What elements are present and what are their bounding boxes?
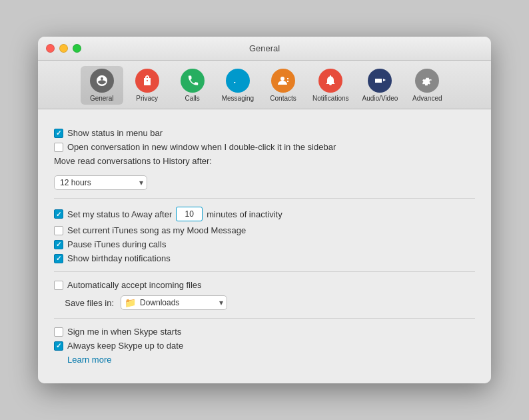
- notifications-label: Notifications: [312, 95, 348, 102]
- row-itunes-mood: Set current iTunes song as my Mood Messa…: [54, 225, 475, 235]
- open-conversation-text: Open conversation in new window when I d…: [67, 142, 336, 152]
- row-away-status: Set my status to Away after minutes of i…: [54, 207, 475, 221]
- away-status-checkbox[interactable]: [54, 209, 63, 219]
- row-pause-itunes: Pause iTunes during calls: [54, 239, 475, 249]
- contacts-icon: [271, 69, 295, 93]
- row-keep-updated: Always keep Skype up to date: [54, 341, 475, 351]
- sign-in-text: Sign me in when Skype starts: [67, 327, 181, 337]
- row-learn-more: Learn more: [54, 355, 475, 365]
- folder-select-wrap: 📁 Downloads Desktop Documents Other... ▾: [121, 295, 227, 310]
- tab-advanced[interactable]: Advanced: [406, 66, 448, 105]
- open-conversation-checkbox-label[interactable]: Open conversation in new window when I d…: [54, 142, 336, 152]
- content-area: Show status in menu bar Open conversatio…: [38, 109, 491, 383]
- tab-notifications[interactable]: Notifications: [307, 66, 354, 105]
- show-status-text: Show status in menu bar: [67, 128, 163, 138]
- row-history-label: Move read conversations to History after…: [54, 156, 475, 170]
- away-status-inline: Set my status to Away after minutes of i…: [54, 207, 282, 221]
- show-status-checkbox[interactable]: [54, 129, 63, 138]
- calls-label: Calls: [185, 95, 200, 102]
- away-prefix-text: Set my status to Away after: [67, 209, 172, 219]
- birthday-checkbox-label[interactable]: Show birthday notifications: [54, 253, 171, 263]
- section-startup: Sign me in when Skype starts Always keep…: [54, 319, 475, 373]
- keep-updated-checkbox[interactable]: [54, 341, 63, 351]
- away-minutes-input[interactable]: [176, 207, 203, 221]
- close-button[interactable]: [46, 44, 55, 53]
- minimize-button[interactable]: [59, 44, 68, 53]
- sign-in-checkbox-label[interactable]: Sign me in when Skype starts: [54, 327, 181, 337]
- tab-calls[interactable]: Calls: [171, 66, 214, 105]
- window-title: General: [249, 43, 280, 53]
- privacy-icon: [135, 69, 159, 93]
- sign-in-checkbox[interactable]: [54, 327, 63, 337]
- auto-accept-checkbox[interactable]: [54, 281, 63, 290]
- general-icon: [90, 69, 114, 93]
- open-conversation-checkbox[interactable]: [54, 143, 63, 152]
- itunes-mood-checkbox-label[interactable]: Set current iTunes song as my Mood Messa…: [54, 225, 246, 235]
- tab-privacy[interactable]: Privacy: [126, 66, 169, 105]
- keep-updated-checkbox-label[interactable]: Always keep Skype up to date: [54, 341, 183, 351]
- messaging-icon: [226, 69, 250, 93]
- row-auto-accept: Automatically accept incoming files: [54, 280, 475, 290]
- pause-itunes-checkbox-label[interactable]: Pause iTunes during calls: [54, 239, 166, 249]
- history-select[interactable]: 30 minutes 1 hour 6 hours 12 hours 1 day…: [54, 175, 147, 190]
- contacts-label: Contacts: [270, 95, 296, 102]
- toolbar: General Privacy Calls M: [38, 61, 491, 109]
- row-save-files: Save files in: 📁 Downloads Desktop Docum…: [54, 295, 475, 310]
- history-label-text: Move read conversations to History after…: [54, 156, 212, 166]
- notifications-icon: [318, 69, 342, 93]
- itunes-mood-checkbox[interactable]: [54, 226, 63, 235]
- traffic-lights: [46, 44, 81, 53]
- away-suffix-text: minutes of inactivity: [207, 209, 282, 219]
- auto-accept-checkbox-label[interactable]: Automatically accept incoming files: [54, 280, 202, 290]
- row-sign-in: Sign me in when Skype starts: [54, 327, 475, 337]
- fullscreen-button[interactable]: [73, 44, 81, 53]
- row-birthday: Show birthday notifications: [54, 253, 475, 263]
- general-label: General: [90, 95, 114, 102]
- calls-icon: [181, 69, 205, 93]
- tab-contacts[interactable]: Contacts: [262, 66, 304, 105]
- save-files-label-text: Save files in:: [54, 298, 114, 308]
- tab-audiovideo[interactable]: Audio/Video: [357, 66, 404, 105]
- advanced-label: Advanced: [412, 95, 442, 102]
- titlebar: General: [38, 37, 491, 61]
- advanced-icon: [415, 69, 439, 93]
- itunes-mood-text: Set current iTunes song as my Mood Messa…: [67, 225, 246, 235]
- privacy-label: Privacy: [136, 95, 158, 102]
- keep-updated-text: Always keep Skype up to date: [67, 341, 183, 351]
- show-status-checkbox-label[interactable]: Show status in menu bar: [54, 128, 163, 138]
- tab-messaging[interactable]: Messaging: [217, 66, 259, 105]
- birthday-checkbox[interactable]: [54, 254, 63, 263]
- audiovideo-icon: [368, 69, 392, 93]
- section-away: Set my status to Away after minutes of i…: [54, 199, 475, 272]
- learn-more-link[interactable]: Learn more: [67, 355, 111, 365]
- main-window: General General Privacy: [38, 37, 491, 383]
- row-show-status: Show status in menu bar: [54, 128, 475, 138]
- section-status: Show status in menu bar Open conversatio…: [54, 120, 475, 199]
- row-open-conversation: Open conversation in new window when I d…: [54, 142, 475, 152]
- tab-general[interactable]: General: [81, 66, 123, 105]
- pause-itunes-checkbox[interactable]: [54, 240, 63, 249]
- pause-itunes-text: Pause iTunes during calls: [67, 239, 166, 249]
- messaging-label: Messaging: [222, 95, 254, 102]
- auto-accept-text: Automatically accept incoming files: [67, 280, 202, 290]
- section-files: Automatically accept incoming files Save…: [54, 272, 475, 319]
- birthday-text: Show birthday notifications: [67, 253, 171, 263]
- audiovideo-label: Audio/Video: [362, 95, 398, 102]
- folder-select[interactable]: Downloads Desktop Documents Other...: [121, 295, 227, 310]
- row-history-select: 30 minutes 1 hour 6 hours 12 hours 1 day…: [54, 174, 475, 190]
- history-select-wrap: 30 minutes 1 hour 6 hours 12 hours 1 day…: [54, 175, 147, 190]
